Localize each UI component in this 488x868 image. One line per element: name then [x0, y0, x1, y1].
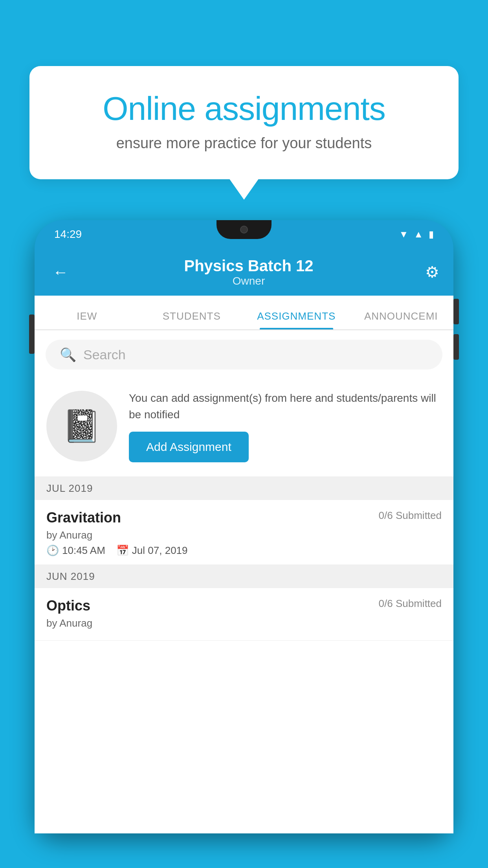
add-section-description: You can add assignment(s) from here and …: [129, 390, 442, 423]
date-entry-gravitation: 📅 Jul 07, 2019: [116, 544, 188, 557]
volume-up-button[interactable]: [453, 299, 459, 324]
section-header-jul: JUL 2019: [35, 477, 453, 500]
volume-down-button[interactable]: [453, 334, 459, 360]
assignment-submitted-gravitation: 0/6 Submitted: [379, 509, 442, 522]
assignment-by-optics: by Anurag: [46, 617, 442, 629]
tab-bar: IEW STUDENTS ASSIGNMENTS ANNOUNCEMI: [35, 296, 453, 330]
assignment-time-date-gravitation: 🕑 10:45 AM 📅 Jul 07, 2019: [46, 544, 442, 557]
tab-announcements[interactable]: ANNOUNCEMI: [349, 310, 454, 329]
time-entry-gravitation: 🕑 10:45 AM: [46, 544, 105, 557]
power-button[interactable]: [29, 314, 35, 354]
app-header: ← Physics Batch 12 Owner ⚙: [35, 248, 453, 296]
assignment-item-top-optics: Optics 0/6 Submitted: [46, 598, 442, 614]
signal-icon: ▲: [414, 229, 423, 240]
status-icons: ▼ ▲ ▮: [399, 229, 434, 240]
assignment-item-optics[interactable]: Optics 0/6 Submitted by Anurag: [35, 588, 453, 641]
add-assignment-button[interactable]: Add Assignment: [129, 432, 249, 462]
add-section-text: You can add assignment(s) from here and …: [129, 390, 442, 462]
back-button[interactable]: ←: [49, 259, 72, 285]
assignment-name-optics: Optics: [46, 598, 90, 614]
time-value-gravitation: 10:45 AM: [62, 544, 105, 557]
bubble-subtitle: ensure more practice for your students: [57, 135, 431, 152]
clock-icon: 🕑: [46, 544, 59, 557]
speech-bubble: Online assignments ensure more practice …: [29, 66, 459, 179]
status-time: 14:29: [54, 228, 82, 241]
assignment-item-top: Gravitation 0/6 Submitted: [46, 509, 442, 526]
tab-assignments[interactable]: ASSIGNMENTS: [244, 310, 349, 329]
notebook-icon: 📓: [62, 408, 101, 445]
calendar-icon: 📅: [116, 544, 129, 557]
header-center: Physics Batch 12 Owner: [184, 257, 313, 287]
bubble-title: Online assignments: [57, 90, 431, 128]
assignment-icon-circle: 📓: [46, 391, 117, 462]
phone-notch: [216, 220, 272, 239]
battery-icon: ▮: [429, 229, 434, 240]
assignment-name-gravitation: Gravitation: [46, 509, 121, 526]
search-icon: 🔍: [60, 347, 76, 362]
assignment-by-gravitation: by Anurag: [46, 529, 442, 541]
assignment-item-gravitation[interactable]: Gravitation 0/6 Submitted by Anurag 🕑 10…: [35, 500, 453, 565]
search-placeholder: Search: [83, 347, 126, 362]
section-header-jun: JUN 2019: [35, 565, 453, 588]
date-value-gravitation: Jul 07, 2019: [132, 544, 188, 557]
header-subtitle: Owner: [184, 275, 313, 287]
search-bar[interactable]: 🔍 Search: [46, 340, 442, 370]
screen-content: 🔍 Search 📓 You can add assignment(s) fro…: [35, 330, 453, 833]
phone-outer: 14:29 ▼ ▲ ▮ ← Physics Batch 12 Owner ⚙ I…: [35, 220, 453, 833]
header-title: Physics Batch 12: [184, 257, 313, 275]
tab-students[interactable]: STUDENTS: [139, 310, 244, 329]
gear-icon[interactable]: ⚙: [425, 263, 439, 281]
front-camera: [240, 226, 248, 234]
assignment-submitted-optics: 0/6 Submitted: [379, 598, 442, 610]
add-section: 📓 You can add assignment(s) from here an…: [35, 379, 453, 477]
phone-wrapper: 14:29 ▼ ▲ ▮ ← Physics Batch 12 Owner ⚙ I…: [35, 220, 453, 868]
wifi-icon: ▼: [399, 229, 408, 240]
status-bar: 14:29 ▼ ▲ ▮: [35, 220, 453, 248]
tab-iew[interactable]: IEW: [35, 310, 139, 329]
